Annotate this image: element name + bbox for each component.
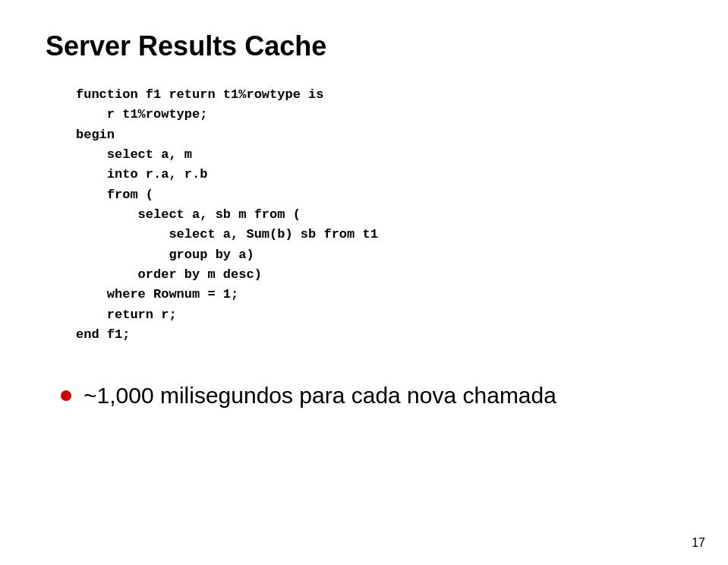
page-number: 17 (692, 536, 705, 550)
slide-title: Server Results Cache (46, 30, 682, 62)
code-line-11: where Rownum = 1; (76, 285, 682, 305)
code-line-1: function f1 return t1%rowtype is (76, 85, 682, 105)
code-line-4: select a, m (76, 145, 682, 165)
slide-container: Server Results Cache function f1 return … (0, 0, 728, 565)
code-line-3: begin (76, 125, 682, 145)
code-line-6: from ( (76, 185, 682, 205)
code-line-10: order by m desc) (76, 265, 682, 285)
code-line-5: into r.a, r.b (76, 165, 682, 185)
code-line-12: return r; (76, 305, 682, 325)
bullet-icon (61, 390, 71, 401)
code-block: function f1 return t1%rowtype is r t1%ro… (76, 85, 682, 345)
code-line-2: r t1%rowtype; (76, 105, 682, 125)
code-line-13: end f1; (76, 325, 682, 345)
code-line-9: group by a) (76, 245, 682, 265)
code-line-8: select a, Sum(b) sb from t1 (76, 225, 682, 245)
bullet-text: ~1,000 milisegundos para cada nova chama… (84, 383, 556, 409)
code-line-7: select a, sb m from ( (76, 205, 682, 225)
bullet-section: ~1,000 milisegundos para cada nova chama… (61, 383, 682, 409)
